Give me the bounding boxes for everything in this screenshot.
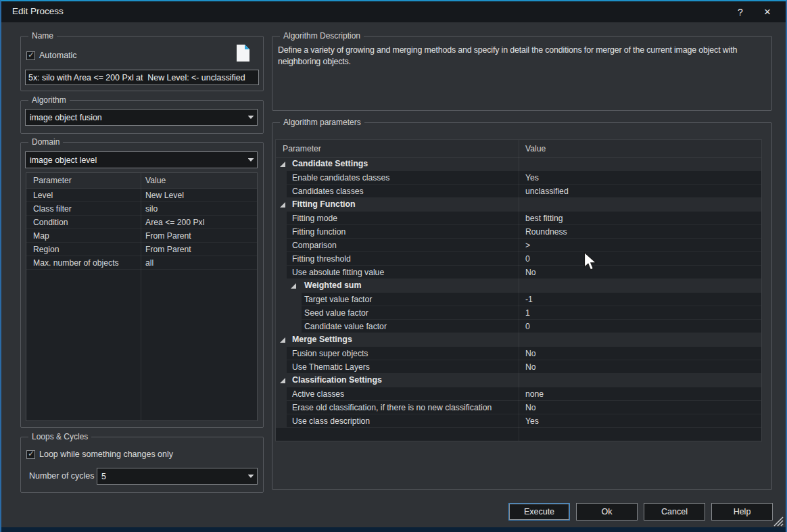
- parameter-name-cell: Use class description: [292, 416, 370, 426]
- algorithm-description-text: Define a variety of growing and merging …: [278, 45, 769, 68]
- document-icon[interactable]: [236, 44, 250, 62]
- parameter-name-cell: Active classes: [292, 389, 344, 399]
- parameter-value-cell: Yes: [525, 416, 539, 426]
- row-band: [287, 239, 761, 251]
- table-row[interactable]: MapFrom Parent: [26, 229, 257, 243]
- parameter-value-cell: 1: [525, 308, 530, 318]
- edit-process-dialog: Edit Process ? × Name ✓ Automatic Algori…: [0, 0, 787, 532]
- domain-group-label: Domain: [28, 137, 63, 147]
- parameter-value-cell: No: [525, 349, 536, 358]
- parameter-value-cell: 0: [525, 322, 530, 331]
- parameter-value-cell: none: [525, 389, 544, 399]
- row-band: [287, 212, 761, 224]
- parameter-name-cell: Fitting function: [292, 227, 345, 237]
- domain-column-divider: [141, 173, 141, 420]
- domain-param-cell: Condition: [33, 218, 68, 227]
- domain-dropdown-value: image object level: [26, 155, 245, 165]
- check-icon: ✓: [28, 50, 34, 59]
- chevron-down-icon[interactable]: [245, 152, 257, 168]
- parameter-name-cell: Enable candidates classes: [292, 173, 389, 183]
- tree-expanded-icon[interactable]: [280, 202, 285, 208]
- execute-button[interactable]: Execute: [508, 503, 570, 521]
- parameter-group-label: Classification Settings: [292, 375, 382, 385]
- domain-param-cell: Class filter: [33, 204, 72, 214]
- dialog-button-row: Execute Ok Cancel Help: [508, 503, 773, 521]
- domain-value-cell: From Parent: [145, 231, 191, 241]
- parameters-table: Parameter Value Candidate SettingsEnable…: [275, 139, 762, 441]
- parameter-group-label: Weighted sum: [304, 281, 361, 290]
- ok-button[interactable]: Ok: [576, 503, 638, 521]
- parameter-name-cell: Fitting mode: [292, 214, 337, 223]
- domain-value-cell: Area <= 200 Pxl: [145, 218, 204, 227]
- description-group-label: Algorithm Description: [280, 31, 364, 41]
- table-row[interactable]: LevelNew Level: [26, 189, 257, 202]
- table-row[interactable]: ConditionArea <= 200 Pxl: [26, 216, 257, 229]
- automatic-checkbox[interactable]: ✓: [26, 51, 35, 60]
- parameter-name-cell: Use absolute fitting value: [292, 268, 384, 277]
- domain-value-cell: silo: [145, 204, 158, 214]
- domain-dropdown[interactable]: image object level: [25, 151, 258, 168]
- algorithm-dropdown[interactable]: image object fusion: [25, 109, 258, 126]
- domain-param-cell: Region: [33, 245, 59, 254]
- parameters-col-value: Value: [525, 144, 546, 153]
- row-band: [287, 252, 761, 265]
- parameter-name-cell: Candidate value factor: [304, 322, 387, 331]
- parameter-name-cell: Comparison: [292, 241, 337, 250]
- cycles-label: Number of cycles: [29, 471, 95, 481]
- dialog-title: Edit Process: [12, 6, 64, 16]
- domain-col-value: Value: [145, 176, 166, 185]
- row-band: [287, 225, 761, 238]
- parameter-value-cell: No: [525, 403, 536, 412]
- row-band: [302, 306, 761, 319]
- domain-table-body: LevelNew LevelClass filtersiloConditionA…: [26, 189, 257, 420]
- tree-expanded-icon[interactable]: [291, 283, 296, 289]
- description-group: Algorithm Description Define a variety o…: [272, 36, 772, 111]
- cycles-combo[interactable]: 5: [97, 468, 258, 485]
- title-bar[interactable]: Edit Process ? ×: [1, 1, 786, 22]
- chevron-down-icon[interactable]: [245, 468, 257, 484]
- parameter-group-label: Candidate Settings: [292, 159, 368, 168]
- domain-value-cell: From Parent: [145, 245, 191, 254]
- process-name-input[interactable]: [25, 70, 259, 85]
- cycles-combo-value: 5: [97, 472, 245, 481]
- domain-col-parameter: Parameter: [33, 176, 72, 185]
- chevron-down-icon[interactable]: [245, 110, 257, 125]
- parameter-name-cell: Fusion super objects: [292, 349, 368, 358]
- help-icon[interactable]: ?: [730, 4, 750, 20]
- table-row[interactable]: RegionFrom Parent: [26, 243, 257, 256]
- algorithm-group: Algorithm image object fusion: [20, 100, 264, 134]
- tree-expanded-icon[interactable]: [280, 162, 285, 167]
- automatic-checkbox-label: Automatic: [39, 51, 77, 60]
- domain-table: Parameter Value LevelNew LevelClass filt…: [26, 172, 258, 421]
- parameter-value-cell: unclassified: [525, 187, 569, 196]
- check-icon: ✓: [28, 449, 34, 458]
- tree-expanded-icon[interactable]: [280, 337, 285, 343]
- row-band: [287, 387, 761, 400]
- automatic-checkbox-row[interactable]: ✓ Automatic: [26, 51, 77, 60]
- loop-checkbox-label: Loop while something changes only: [39, 450, 173, 459]
- loop-checkbox[interactable]: ✓: [26, 450, 35, 459]
- domain-param-cell: Map: [33, 231, 49, 241]
- parameter-name-cell: Seed value factor: [304, 308, 368, 318]
- parameter-name-cell: Use Thematic Layers: [292, 362, 370, 372]
- tree-expanded-icon[interactable]: [280, 378, 285, 383]
- window-bottom-border: [0, 527, 787, 532]
- domain-param-cell: Level: [33, 191, 53, 200]
- parameter-group-label: Fitting Function: [292, 199, 356, 209]
- loop-checkbox-row[interactable]: ✓ Loop while something changes only: [26, 450, 173, 459]
- loops-group: Loops & Cycles ✓ Loop while something ch…: [20, 437, 264, 493]
- cancel-button[interactable]: Cancel: [644, 503, 705, 521]
- help-button[interactable]: Help: [711, 503, 773, 521]
- parameter-value-cell: best fitting: [525, 214, 563, 223]
- parameter-name-cell: Fitting threshold: [292, 254, 351, 264]
- parameter-name-cell: Erase old classification, if there is no…: [292, 403, 492, 412]
- resize-grip-icon[interactable]: [772, 515, 784, 527]
- parameters-group: Algorithm parameters Parameter Value Can…: [272, 122, 772, 490]
- domain-value-cell: all: [145, 258, 153, 268]
- parameters-column-divider: [519, 140, 519, 441]
- table-row[interactable]: Class filtersilo: [26, 202, 257, 216]
- close-icon[interactable]: ×: [757, 4, 778, 20]
- domain-param-cell: Max. number of objects: [33, 258, 119, 268]
- parameter-name-cell: Candidates classes: [292, 187, 364, 196]
- table-row[interactable]: Max. number of objectsall: [26, 256, 257, 270]
